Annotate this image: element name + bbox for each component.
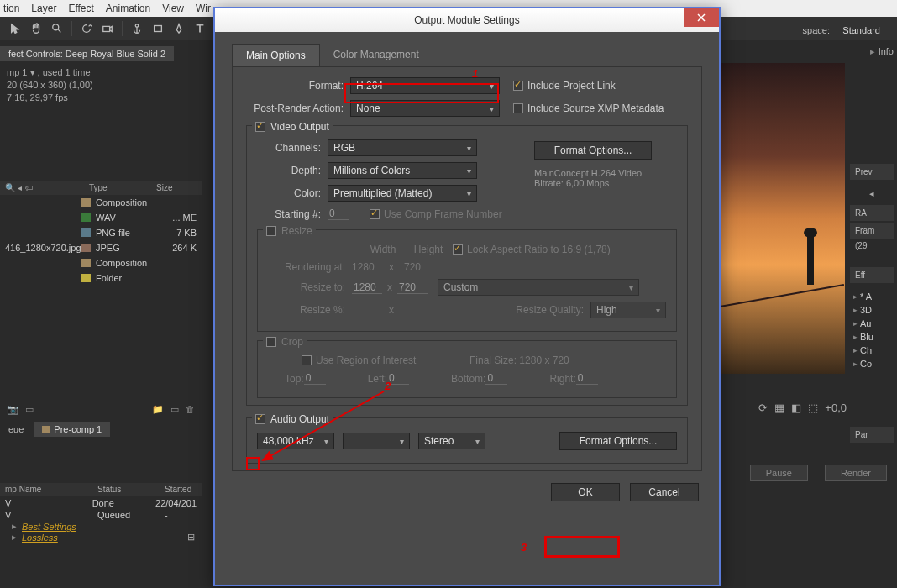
add-output-icon[interactable]: ⊞	[187, 532, 202, 543]
precomp-tab[interactable]: Pre-comp 1	[34, 422, 110, 437]
camera-tool-icon[interactable]	[97, 18, 118, 39]
render-queue-rows: VDone22/04/201 VQueued- ▸Best Settings ▸…	[0, 497, 202, 543]
crop-top-value: 0	[304, 372, 326, 385]
new-comp-icon[interactable]: ▭	[170, 404, 179, 415]
crop-checkbox[interactable]	[266, 337, 276, 347]
zoom-tool-icon[interactable]	[47, 18, 67, 39]
include-project-link-label: Include Project Link	[527, 80, 616, 92]
crop-bottom-label: Bottom:	[451, 373, 485, 385]
menu-item[interactable]: tion	[3, 3, 19, 14]
preview-panel-tab[interactable]: Prev	[850, 164, 894, 180]
audio-rate-select[interactable]: 48,000 kHz	[257, 433, 334, 449]
effect-category[interactable]: 3D	[850, 303, 894, 317]
pen-tool-icon[interactable]	[169, 18, 189, 39]
tab-main-options[interactable]: Main Options	[232, 44, 320, 66]
hand-tool-icon[interactable]	[26, 18, 46, 39]
effect-category[interactable]: Ch	[850, 344, 894, 357]
effect-controls-tab[interactable]: fect Controls: Deep Royal Blue Solid 2	[0, 46, 174, 61]
rect-tool-icon[interactable]	[148, 18, 168, 39]
selection-tool-icon[interactable]	[5, 18, 25, 39]
timeline-icon[interactable]: ▦	[774, 402, 784, 414]
output-module-settings-dialog: Output Module Settings Main Options Colo…	[213, 7, 721, 586]
col-size[interactable]: Size	[156, 183, 172, 192]
starting-value: 0	[328, 207, 349, 220]
list-item[interactable]: PNG file7 KB	[0, 225, 202, 240]
resize-to-label: Resize to:	[268, 281, 352, 293]
trash-icon[interactable]: 🗑	[186, 404, 195, 414]
channels-select[interactable]: RGB	[328, 139, 477, 156]
effect-category[interactable]: Co	[850, 357, 894, 370]
close-icon	[697, 13, 706, 22]
pause-button[interactable]: Pause	[750, 465, 808, 481]
crop-right-label: Right:	[549, 373, 575, 385]
ram-preview-label: RA	[850, 205, 894, 221]
post-render-select[interactable]: None	[350, 100, 500, 117]
render-button[interactable]: Render	[825, 465, 887, 481]
lossless-link[interactable]: Lossless	[22, 533, 58, 543]
timeline-icon[interactable]: ◧	[791, 402, 801, 414]
tab-color-management[interactable]: Color Management	[320, 44, 433, 66]
anchor-tool-icon[interactable]	[127, 18, 147, 39]
resize-checkbox[interactable]	[266, 226, 276, 236]
bpc-icon[interactable]: ▭	[25, 404, 34, 415]
dialog-titlebar[interactable]: Output Module Settings	[215, 8, 719, 32]
timeline-icon[interactable]: ⬚	[808, 402, 818, 414]
effect-category[interactable]: Au	[850, 317, 894, 330]
format-options-button[interactable]: Format Options...	[534, 141, 652, 160]
close-button[interactable]	[684, 8, 719, 27]
color-select[interactable]: Premultiplied (Matted)	[328, 185, 477, 202]
audio-format-options-button[interactable]: Format Options...	[559, 432, 677, 450]
render-buttons: Pause Render	[750, 465, 887, 481]
list-item[interactable]: Folder	[0, 270, 202, 286]
format-select[interactable]: H.264	[350, 77, 500, 94]
paragraph-panel-tab[interactable]: Par	[850, 427, 894, 443]
col-compname[interactable]: mp Name	[5, 485, 97, 494]
list-item[interactable]: Composition	[0, 195, 202, 210]
col-started[interactable]: Started	[165, 485, 191, 494]
text-tool-icon[interactable]	[190, 18, 210, 39]
queue-tab[interactable]: eue	[0, 422, 32, 437]
col-type[interactable]: Type	[89, 183, 156, 192]
list-item[interactable]: 416_1280x720.jpgJPEG264 K	[0, 240, 202, 255]
list-item[interactable]: WAV... ME	[0, 210, 202, 225]
audio-depth-select[interactable]	[343, 433, 410, 449]
best-settings-link[interactable]: Best Settings	[22, 522, 76, 532]
format-label: Format:	[246, 80, 350, 92]
effect-category[interactable]: Blu	[850, 330, 894, 344]
composition-preview[interactable]	[719, 63, 845, 374]
comp-name-line: mp 1 ▾ , used 1 time	[7, 66, 195, 79]
include-xmp-label: Include Source XMP Metadata	[527, 102, 664, 114]
list-item[interactable]: Composition	[0, 255, 202, 270]
crop-label: Crop	[281, 336, 303, 348]
audio-channels-select[interactable]: Stereo	[418, 433, 485, 449]
workspace-value[interactable]: Standard	[842, 25, 880, 35]
ok-button[interactable]: OK	[551, 483, 620, 501]
depth-select[interactable]: Millions of Colors	[328, 162, 477, 179]
table-row[interactable]: VQueued-	[0, 509, 202, 521]
include-project-link-checkbox[interactable]	[513, 81, 523, 91]
info-panel-tab[interactable]: Info	[870, 46, 894, 57]
audio-output-checkbox[interactable]	[255, 414, 265, 424]
crop-top-label: Top:	[285, 373, 304, 385]
project-footer: 📷 ▭ 📁 ▭ 🗑	[0, 399, 202, 419]
video-output-checkbox[interactable]	[255, 122, 265, 132]
timeline-icon[interactable]: ⟳	[758, 402, 768, 414]
menu-item[interactable]: View	[162, 3, 184, 14]
effect-category[interactable]: * A	[850, 290, 894, 303]
rendering-width: 1280	[352, 261, 389, 273]
table-row[interactable]: VDone22/04/201	[0, 497, 202, 509]
lock-aspect-label: Lock Aspect Ratio to 16:9 (1,78)	[467, 244, 611, 255]
include-xmp-checkbox[interactable]	[513, 103, 523, 113]
menu-item[interactable]: Animation	[106, 3, 150, 14]
menu-item[interactable]: Effect	[68, 3, 93, 14]
bin-icon[interactable]: 📷	[7, 404, 18, 415]
new-folder-icon[interactable]: 📁	[152, 404, 164, 415]
effects-panel-tab[interactable]: Eff	[850, 267, 894, 283]
channels-label: Channels:	[257, 142, 328, 154]
use-roi-label: Use Region of Interest	[316, 354, 416, 366]
rotate-tool-icon[interactable]	[76, 18, 97, 39]
menu-item[interactable]: Wir	[196, 3, 211, 14]
cancel-button[interactable]: Cancel	[630, 483, 699, 501]
col-status[interactable]: Status	[97, 485, 165, 494]
menu-item[interactable]: Layer	[31, 3, 56, 14]
